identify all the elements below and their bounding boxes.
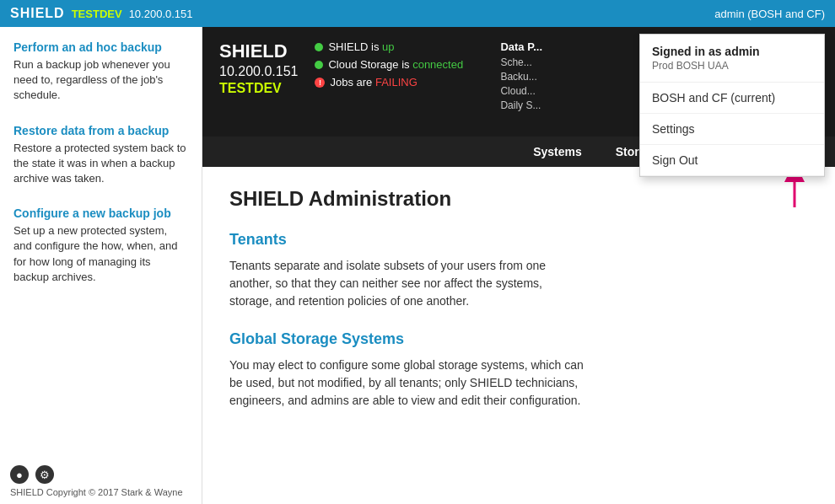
hero-data-row-2: Backu... xyxy=(500,71,618,83)
admin-menu-trigger[interactable]: admin (BOSH and CF) xyxy=(714,8,825,20)
sidebar: Perform an ad hoc backup Run a backup jo… xyxy=(0,27,202,504)
hero-data-title: Data P... xyxy=(500,40,618,53)
hero-title: SHIELD xyxy=(219,40,298,62)
dropdown-item-settings[interactable]: Settings xyxy=(640,114,824,145)
dropdown-item-signout[interactable]: Sign Out xyxy=(640,145,824,176)
storage-connected-label: connected xyxy=(412,58,463,71)
jobs-failing-label: FAILING xyxy=(375,76,418,88)
section-tenants: Tenants Tenants separate and isolate sub… xyxy=(229,231,808,310)
dropdown-sub-label: Prod BOSH UAA xyxy=(652,60,812,72)
dropdown-signed-in-label: Signed in as admin xyxy=(652,45,812,58)
admin-dropdown: Signed in as admin Prod BOSH UAA BOSH an… xyxy=(639,34,825,177)
hero-ip: 10.200.0.151 xyxy=(219,64,298,79)
hero-data-row-1: Sche... xyxy=(500,56,618,68)
hero-status: SHIELD is up Cloud Storage is connected … xyxy=(315,40,483,94)
shield-up-label: up xyxy=(382,40,394,53)
hero-data-row-4: Daily S... xyxy=(500,99,618,111)
section-title-global-storage[interactable]: Global Storage Systems xyxy=(229,330,808,348)
storage-status-text: Cloud Storage is connected xyxy=(328,58,463,71)
topbar: SHIELD TESTDEV 10.200.0.151 admin (BOSH … xyxy=(0,0,835,27)
hero-data-row-3: Cloud... xyxy=(500,85,618,97)
section-desc-global-storage: You may elect to configure some global s… xyxy=(229,357,584,410)
sidebar-link-adhoc[interactable]: Perform an ad hoc backup xyxy=(13,40,188,54)
section-desc-tenants: Tenants separate and isolate subsets of … xyxy=(229,257,584,310)
nav-systems[interactable]: Systems xyxy=(516,137,599,167)
shield-status-dot xyxy=(315,43,323,51)
topbar-ip: 10.200.0.151 xyxy=(129,8,193,20)
section-title-tenants[interactable]: Tenants xyxy=(229,231,808,249)
storage-status-dot xyxy=(315,61,323,69)
sidebar-footer: ● ⚙ SHIELD Copyright © 2017 Stark & Wayn… xyxy=(10,465,191,497)
hero-env: TESTDEV xyxy=(219,81,298,96)
status-jobs-row: ! Jobs are FAILING xyxy=(315,76,483,88)
dropdown-header: Signed in as admin Prod BOSH UAA xyxy=(640,35,824,83)
section-global-storage: Global Storage Systems You may elect to … xyxy=(229,330,808,410)
topbar-left: SHIELD TESTDEV 10.200.0.151 xyxy=(10,6,193,21)
topbar-brand: SHIELD xyxy=(10,6,65,21)
sidebar-desc-adhoc: Run a backup job whenever you need to, r… xyxy=(13,58,170,101)
sidebar-desc-restore: Restore a protected system back to the s… xyxy=(13,142,186,185)
page-content: SHIELD Administration Tenants Tenants se… xyxy=(202,167,835,504)
page-title: SHIELD Administration xyxy=(229,187,808,211)
shield-status-text: SHIELD is up xyxy=(328,40,394,53)
sidebar-section-configure: Configure a new backup job Set up a new … xyxy=(13,206,188,285)
github-icon[interactable]: ● xyxy=(10,465,29,484)
hero-data-panel: Data P... Sche... Backu... Cloud... Dail… xyxy=(500,40,618,114)
sidebar-link-restore[interactable]: Restore data from a backup xyxy=(13,124,188,137)
status-storage-row: Cloud Storage is connected xyxy=(315,58,483,71)
status-shield-row: SHIELD is up xyxy=(315,40,483,53)
dropdown-item-bosh-cf[interactable]: BOSH and CF (current) xyxy=(640,83,824,114)
hero-brand: SHIELD 10.200.0.151 TESTDEV xyxy=(219,40,298,96)
sidebar-copyright: SHIELD Copyright © 2017 Stark & Wayne xyxy=(10,487,191,497)
settings-icon[interactable]: ⚙ xyxy=(35,465,54,484)
jobs-status-text: Jobs are FAILING xyxy=(330,76,417,88)
jobs-status-dot: ! xyxy=(315,78,325,88)
sidebar-section-adhoc: Perform an ad hoc backup Run a backup jo… xyxy=(13,40,188,104)
topbar-env: TESTDEV xyxy=(72,8,122,20)
sidebar-desc-configure: Set up a new protected system, and confi… xyxy=(13,224,177,283)
sidebar-section-restore: Restore data from a backup Restore a pro… xyxy=(13,124,188,187)
sidebar-link-configure[interactable]: Configure a new backup job xyxy=(13,206,188,220)
sidebar-footer-icons: ● ⚙ xyxy=(10,465,191,484)
